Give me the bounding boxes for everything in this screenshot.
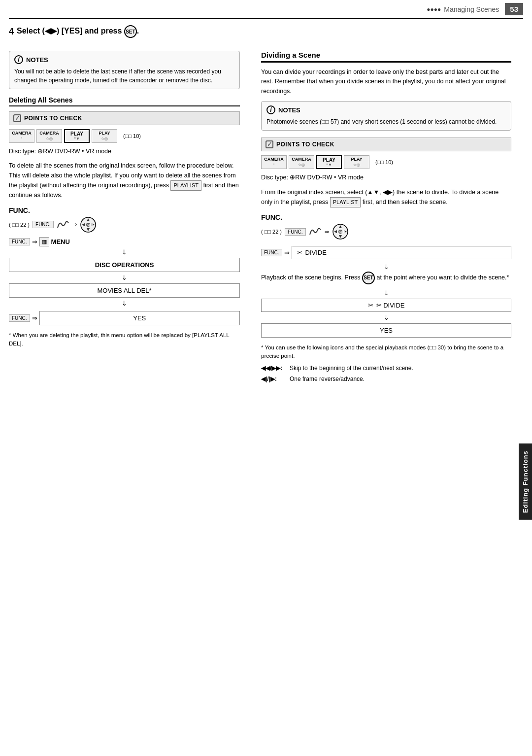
func-btn-small-right: FUNC. (285, 228, 306, 236)
play2-btn-right: PLAY ☆◎ (344, 155, 369, 169)
arrow-down-r3: ⇓ (261, 314, 511, 321)
yes-box-right: YES (261, 323, 511, 338)
right-column: Dividing a Scene You can divide your rec… (250, 51, 511, 385)
svg-text:SET: SET (87, 223, 94, 227)
mode-buttons-right: CAMERA " CAMERA ☆◎ PLAY "▼ PLAY ☆◎ (□□ 1… (261, 155, 511, 169)
camera2-btn-right: CAMERA ☆◎ (289, 155, 314, 169)
func-heading-left: FUNC. (9, 206, 240, 214)
body1-text-left: To delete all the scenes from the origin… (9, 162, 236, 189)
joystick-icon-right: SET (332, 223, 349, 240)
func-page-left: ( □□ 22 ) (9, 222, 30, 228)
main-content: i NOTES You will not be able to delete t… (0, 46, 532, 390)
icon1-label: ◀◀/▶▶: (261, 364, 286, 373)
arrow-left-yes: ⇒ (32, 314, 37, 322)
notes-text-right: Photomovie scenes (□□ 57) and very short… (266, 117, 506, 126)
set-button-icon: SET (124, 25, 137, 38)
step4-text: Select (◀▶) [YES] and press SET. (17, 25, 139, 38)
camera1-sub-right: " (264, 163, 284, 168)
func-wave-left (57, 219, 69, 231)
playback-text2: at the point where you want to divide th… (376, 274, 509, 281)
divide2-box: ✂ ✂ DIVIDE (261, 299, 511, 312)
info-icon-left: i (14, 55, 23, 64)
intro-text-right: You can divide your recordings in order … (261, 68, 511, 96)
points-box-right: POINTS TO CHECK (261, 137, 511, 151)
right-arrow-right: ⇒ (325, 229, 329, 235)
play2-btn-left: PLAY ☆◎ (92, 129, 117, 143)
arrow-down-3: ⇓ (9, 300, 240, 307)
icon-row-1: ◀◀/▶▶: Skip to the beginning of the curr… (261, 364, 511, 373)
yes-box-left: YES (39, 311, 240, 325)
play2-sub-right: ☆◎ (347, 163, 366, 168)
step4-section: 4 Select (◀▶) [YES] and press SET. (0, 19, 532, 46)
arrow-down-r2: ⇓ (261, 289, 511, 297)
wave-icon-left (57, 219, 69, 230)
footnote-right: * You can use the following icons and th… (261, 344, 511, 383)
scissors-icon-1: ✂ (297, 249, 302, 256)
play2-sub-left: ☆◎ (95, 137, 114, 141)
playlist-btn-right: PLAYLIST (330, 197, 361, 207)
header-title: Managing Scenes (444, 5, 499, 13)
footnote-left: * When you are deleting the playlist, th… (9, 331, 240, 348)
notes-header-right: i NOTES (266, 105, 506, 114)
movies-del-box: MOVIES ALL DEL* (9, 283, 240, 298)
playback-text1: Playback of the scene begins. Press (261, 274, 361, 281)
arrow-down-r1: ⇓ (261, 263, 511, 271)
svg-text:SET: SET (339, 230, 346, 234)
deleting-heading: Deleting All Scenes (9, 96, 240, 106)
points-label-right: POINTS TO CHECK (276, 141, 334, 148)
points-label-left: POINTS TO CHECK (24, 115, 82, 122)
info-icon-right: i (266, 105, 275, 114)
header-dots: ●●●● (427, 6, 441, 13)
page-ref-left: (□□ 10) (123, 133, 141, 139)
play1-btn-right: PLAY "▼ (316, 155, 342, 169)
play2-label-right: PLAY (347, 157, 366, 163)
divide2-label: ✂ DIVIDE (376, 302, 405, 309)
left-column: i NOTES You will not be able to delete t… (9, 51, 250, 385)
set-circle-icon: SET (362, 272, 375, 284)
camera2-label-left: CAMERA (39, 131, 59, 137)
mode-buttons-left: CAMERA " CAMERA ☆◎ PLAY "▼ PLAY ☆◎ (□□ 1… (9, 129, 240, 143)
notes-box-right: i NOTES Photomovie scenes (□□ 57) and ve… (261, 101, 511, 131)
camera2-label-right: CAMERA (292, 157, 311, 163)
step4-heading: 4 Select (◀▶) [YES] and press SET. (9, 25, 523, 38)
notes-box-left: i NOTES You will not be able to delete t… (9, 51, 240, 89)
arrow-right-divide: ⇒ (284, 249, 290, 256)
footnote-title-right: * You can use the following icons and th… (261, 344, 511, 361)
arrow-right-menu: ⇒ (32, 238, 37, 245)
func-page-right: ( □□ 22 ) (261, 229, 282, 235)
body1-cont-right: first, and then select the scene. (363, 199, 448, 206)
notes-label-right: NOTES (278, 106, 300, 114)
check-icon-left (13, 114, 21, 122)
right-arrow-left: ⇒ (72, 221, 77, 228)
camera1-label-left: CAMERA (12, 131, 32, 137)
notes-text-left: You will not be able to delete the last … (14, 67, 234, 85)
camera2-sub-left: ☆◎ (39, 137, 59, 141)
play1-label-right: PLAY (320, 157, 338, 163)
camera1-btn-right: CAMERA " (261, 155, 287, 169)
disc-ops-box: DISC OPERATIONS (9, 258, 240, 272)
page-ref-right: (□□ 10) (375, 159, 393, 165)
play1-sub-left: "▼ (67, 137, 86, 141)
menu-icon: ▦ (39, 237, 49, 246)
camera2-btn-left: CAMERA ☆◎ (36, 129, 62, 143)
body-text-right: From the original index screen, select (… (261, 188, 511, 207)
wave-icon-right (309, 226, 322, 237)
arrow-down-1: ⇓ (9, 248, 240, 256)
func-wave-right (309, 226, 322, 238)
menu-label: MENU (51, 238, 70, 245)
camera2-sub-right: ☆◎ (292, 163, 311, 168)
page-number: 53 (505, 3, 523, 15)
play1-btn-left: PLAY "▼ (64, 129, 90, 143)
func-arrow-row-menu: FUNC. ⇒ ▦ MENU (9, 237, 240, 246)
func-sub-right: ( □□ 22 ) FUNC. ⇒ SET (261, 223, 511, 240)
playlist-btn-left: PLAYLIST (170, 180, 201, 191)
icon1-text: Skip to the beginning of the current/nex… (290, 364, 413, 373)
playback-text: Playback of the scene begins. Press SET … (261, 272, 511, 284)
func-btn-divide: FUNC. (261, 249, 282, 256)
func-section-left: FUNC. ( □□ 22 ) FUNC. ⇒ (9, 206, 240, 327)
page-header: ●●●● Managing Scenes 53 (9, 0, 523, 19)
camera1-sub-left: " (12, 137, 32, 141)
func-btn-yes: FUNC. (9, 314, 30, 322)
func-arrow-row-divide: FUNC. ⇒ ✂ DIVIDE (261, 244, 511, 261)
play2-label-left: PLAY (95, 131, 114, 137)
